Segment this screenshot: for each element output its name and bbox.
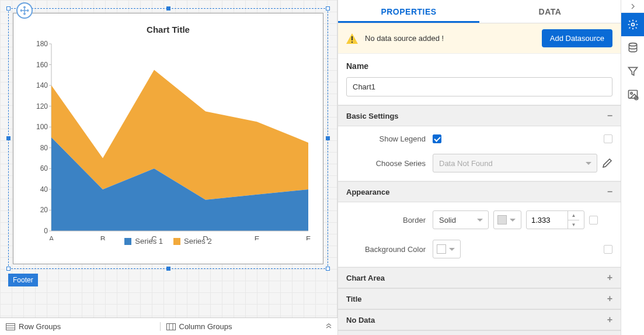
icon-rail bbox=[621, 0, 644, 335]
svg-text:120: 120 bbox=[36, 102, 48, 110]
footer-badge[interactable]: Footer bbox=[8, 274, 38, 286]
section-basic-settings[interactable]: Basic Settings− bbox=[338, 105, 621, 126]
svg-text:100: 100 bbox=[36, 123, 48, 131]
move-handle-icon[interactable] bbox=[16, 2, 33, 19]
choose-series-select[interactable]: Data Not Found bbox=[433, 154, 597, 172]
svg-text:20: 20 bbox=[40, 206, 48, 214]
database-icon bbox=[627, 42, 639, 54]
svg-text:160: 160 bbox=[36, 61, 48, 69]
properties-panel: PROPERTIES DATA No data source added ! A… bbox=[337, 0, 621, 335]
expand-icon: + bbox=[607, 272, 612, 283]
section-category-axis[interactable]: Category Axis+ bbox=[338, 330, 621, 335]
bg-color-select[interactable] bbox=[433, 240, 461, 258]
add-datasource-button[interactable]: Add Datasource bbox=[542, 29, 612, 47]
border-width-input[interactable] bbox=[527, 216, 568, 225]
svg-rect-31 bbox=[166, 323, 175, 330]
bg-color-label: Background Color bbox=[346, 245, 433, 254]
section-title[interactable]: Title+ bbox=[338, 288, 621, 309]
svg-point-36 bbox=[632, 23, 635, 26]
show-legend-label: Show Legend bbox=[346, 134, 433, 143]
properties-rail-button[interactable] bbox=[621, 13, 644, 36]
tab-properties[interactable]: PROPERTIES bbox=[338, 0, 479, 23]
gear-icon bbox=[627, 19, 639, 30]
design-canvas[interactable]: Chart Title 020406080100120140160180 ABC… bbox=[0, 0, 337, 317]
resize-handle[interactable] bbox=[166, 6, 170, 11]
chart-legend: Series 1 Series 2 bbox=[13, 237, 323, 246]
border-width-spinner[interactable]: ▲▼ bbox=[526, 210, 584, 229]
section-no-data[interactable]: No Data+ bbox=[338, 309, 621, 330]
area-chart: 020406080100120140160180 ABCDEF bbox=[22, 38, 314, 240]
svg-rect-35 bbox=[351, 42, 353, 43]
collapse-icon: − bbox=[607, 110, 612, 121]
expand-icon: + bbox=[607, 293, 612, 304]
name-input[interactable] bbox=[346, 77, 612, 96]
border-label: Border bbox=[346, 216, 433, 225]
svg-point-37 bbox=[629, 43, 636, 46]
border-style-select[interactable]: Solid bbox=[433, 210, 489, 229]
legend-item: Series 1 bbox=[124, 237, 163, 246]
warning-banner: No data source added ! Add Datasource bbox=[338, 23, 621, 54]
chart-title: Chart Title bbox=[13, 25, 323, 34]
svg-text:B: B bbox=[100, 234, 106, 240]
advanced-checkbox[interactable] bbox=[604, 134, 612, 143]
data-rail-button[interactable] bbox=[621, 36, 644, 60]
image-manager-rail-button[interactable] bbox=[621, 83, 644, 106]
groups-bar: Row Groups Column Groups bbox=[0, 317, 337, 335]
svg-text:180: 180 bbox=[36, 40, 48, 48]
svg-text:80: 80 bbox=[40, 144, 48, 152]
row-groups[interactable]: Row Groups bbox=[0, 322, 160, 331]
resize-handle[interactable] bbox=[6, 267, 11, 271]
expand-icon: + bbox=[607, 315, 612, 325]
svg-text:40: 40 bbox=[40, 185, 48, 194]
resize-handle[interactable] bbox=[6, 6, 11, 11]
warning-text: No data source added ! bbox=[365, 34, 535, 43]
expand-rail-icon[interactable] bbox=[621, 0, 644, 13]
resize-handle[interactable] bbox=[166, 267, 170, 271]
spinner-up-icon[interactable]: ▲ bbox=[568, 211, 579, 220]
advanced-checkbox[interactable] bbox=[604, 245, 612, 254]
advanced-checkbox[interactable] bbox=[589, 216, 598, 225]
warning-icon bbox=[346, 33, 358, 44]
collapse-icon: − bbox=[607, 187, 612, 197]
svg-rect-34 bbox=[351, 36, 353, 40]
edit-icon[interactable] bbox=[602, 158, 612, 168]
svg-text:0: 0 bbox=[44, 227, 48, 235]
funnel-icon bbox=[627, 65, 639, 77]
svg-text:140: 140 bbox=[36, 81, 48, 89]
column-groups[interactable]: Column Groups bbox=[160, 322, 321, 331]
svg-text:60: 60 bbox=[40, 164, 48, 172]
resize-handle[interactable] bbox=[326, 6, 330, 11]
section-appearance[interactable]: Appearance− bbox=[338, 181, 621, 202]
tab-data[interactable]: DATA bbox=[479, 0, 621, 23]
expand-groups-icon[interactable] bbox=[320, 323, 337, 330]
svg-text:F: F bbox=[306, 234, 311, 240]
resize-handle[interactable] bbox=[6, 136, 11, 140]
show-legend-checkbox[interactable] bbox=[433, 134, 441, 143]
border-color-select[interactable] bbox=[493, 210, 521, 229]
svg-text:A: A bbox=[49, 234, 54, 240]
image-icon bbox=[627, 89, 639, 101]
choose-series-label: Choose Series bbox=[346, 159, 433, 168]
resize-handle[interactable] bbox=[326, 267, 330, 271]
parameters-rail-button[interactable] bbox=[621, 60, 644, 83]
svg-text:E: E bbox=[255, 234, 260, 240]
resize-handle[interactable] bbox=[326, 136, 330, 140]
legend-item: Series 2 bbox=[173, 237, 212, 246]
section-chart-area[interactable]: Chart Area+ bbox=[338, 267, 621, 288]
spinner-down-icon[interactable]: ▼ bbox=[568, 220, 579, 229]
svg-rect-28 bbox=[6, 323, 15, 330]
name-label: Name bbox=[346, 61, 368, 71]
svg-point-39 bbox=[631, 92, 632, 94]
